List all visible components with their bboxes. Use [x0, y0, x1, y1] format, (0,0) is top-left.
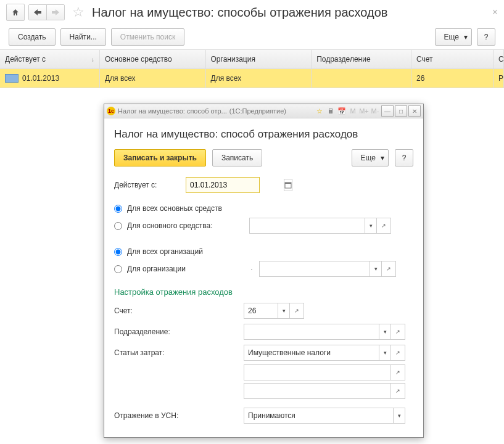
cancel-search-button: Отменить поиск [111, 28, 184, 46]
org-combo[interactable]: ▾ ↗ [259, 261, 396, 277]
open-link-icon[interactable]: ↗ [376, 218, 390, 233]
modal-more-button[interactable]: Еще ▾ [352, 149, 389, 166]
open-link-icon[interactable]: ↗ [381, 261, 395, 276]
col-account[interactable]: Счет [411, 50, 494, 68]
col-last[interactable]: С [494, 50, 504, 68]
cost-items-extra2[interactable]: ↗ [244, 383, 405, 399]
forward-button[interactable] [47, 5, 64, 20]
more-button[interactable]: Еще ▾ [435, 28, 472, 46]
mem-minus-icon[interactable]: M- [370, 106, 380, 116]
radio-one-org-label: Для организации [127, 265, 244, 273]
row-date: 01.01.2013 [22, 74, 59, 83]
effective-date-input[interactable] [189, 180, 284, 190]
usn-label: Отражение в УСН: [114, 411, 244, 420]
record-icon [5, 74, 19, 83]
modal-window: 1c Налог на имущество: способ отр... (1С… [104, 104, 424, 438]
more-label: Еще [444, 33, 459, 41]
col-asset[interactable]: Основное средство [100, 50, 206, 68]
effective-date-field[interactable] [186, 177, 260, 193]
asset-combo[interactable]: ▾ ↗ [249, 218, 391, 234]
col-effective-label: Действует с [5, 55, 46, 64]
maximize-button[interactable]: □ [395, 105, 407, 117]
save-and-close-button[interactable]: Записать и закрыть [114, 149, 206, 166]
usn-combo[interactable]: Принимаются ▾ [244, 408, 405, 424]
radio-one-asset[interactable] [114, 222, 122, 230]
close-button[interactable]: ✕ [408, 105, 421, 117]
mem-plus-icon[interactable]: M+ [359, 106, 369, 116]
dot-indicator: · [249, 265, 254, 273]
sort-asc-icon: ↓ [91, 56, 94, 63]
chevron-down-icon[interactable]: ▾ [393, 408, 405, 423]
chevron-down-icon[interactable]: ▾ [379, 324, 390, 339]
row-org: Для всех [206, 69, 312, 88]
radio-all-orgs-label: Для всех организаций [127, 247, 203, 256]
col-dept[interactable]: Подразделение [312, 50, 411, 68]
chevron-down-icon: ▾ [464, 33, 468, 41]
account-combo-value: 26 [244, 306, 278, 315]
save-button[interactable]: Записать [212, 149, 262, 166]
col-effective[interactable]: Действует с ↓ [0, 50, 100, 68]
grid-header: Действует с ↓ Основное средство Организа… [0, 50, 504, 69]
account-combo[interactable]: 26 ▾ ↗ [244, 303, 304, 319]
cost-items-label: Статьи затрат: [114, 348, 244, 357]
favorite-star-icon[interactable]: ☆ [72, 4, 85, 20]
section-heading: Настройка отражения расходов [114, 287, 413, 297]
date-picker-icon[interactable] [284, 179, 292, 191]
svg-rect-1 [285, 183, 291, 184]
modal-help-button[interactable]: ? [395, 149, 413, 166]
row-account: 26 [411, 69, 494, 88]
table-row[interactable]: 01.01.2013 Для всех Для всех 26 Р [0, 69, 504, 88]
mem-m-icon[interactable]: M [348, 106, 358, 116]
row-asset: Для всех [100, 69, 206, 88]
dept-label: Подразделение: [114, 327, 244, 336]
calendar-icon[interactable]: 📅 [337, 106, 347, 116]
dept-combo[interactable]: ▾ ↗ [244, 324, 405, 340]
open-link-icon[interactable]: ↗ [390, 345, 405, 360]
chevron-down-icon[interactable]: ▾ [370, 261, 381, 276]
app-1c-icon: 1c [107, 107, 115, 115]
chevron-down-icon[interactable]: ▾ [365, 218, 376, 233]
minimize-button[interactable]: — [381, 105, 394, 117]
open-link-icon[interactable]: ↗ [390, 324, 405, 339]
chevron-down-icon[interactable]: ▾ [278, 303, 289, 318]
create-button[interactable]: Создать [9, 28, 56, 46]
modal-title: Налог на имущество: способ отражения рас… [114, 128, 413, 141]
star-icon[interactable]: ☆ [315, 106, 324, 116]
usn-combo-value: Принимаются [244, 411, 393, 420]
account-label: Счет: [114, 306, 244, 315]
effective-label: Действует с: [114, 181, 186, 189]
open-link-icon[interactable]: ↗ [390, 365, 405, 380]
radio-all-orgs[interactable] [114, 248, 122, 256]
radio-one-org[interactable] [114, 265, 122, 273]
radio-all-assets-label: Для всех основных средств [127, 204, 222, 213]
open-link-icon[interactable]: ↗ [390, 384, 405, 398]
chevron-down-icon[interactable]: ▾ [379, 345, 390, 360]
row-last: Р [494, 69, 504, 88]
page-title: Налог на имущество: способы отражения ра… [92, 6, 387, 20]
back-button[interactable] [29, 5, 47, 20]
modal-more-label: Еще [361, 154, 376, 162]
cost-items-value: Имущественные налоги [244, 348, 379, 357]
modal-tab-title: Налог на имущество: способ отр... [118, 107, 227, 115]
data-grid: Действует с ↓ Основное средство Организа… [0, 49, 504, 88]
row-dept [312, 69, 411, 88]
radio-one-asset-label: Для основного средства: [127, 221, 244, 230]
cost-items-extra1[interactable]: ↗ [244, 364, 405, 380]
radio-all-assets[interactable] [114, 205, 122, 213]
calc-icon[interactable]: 🖩 [326, 106, 336, 116]
col-org[interactable]: Организация [206, 50, 312, 68]
home-button[interactable] [6, 4, 25, 21]
chevron-down-icon: ▾ [381, 154, 384, 162]
close-page-button[interactable]: × [492, 7, 498, 18]
modal-tab-suffix: (1С:Предприятие) [229, 107, 286, 115]
cost-items-combo[interactable]: Имущественные налоги ▾ ↗ [244, 345, 405, 361]
help-button[interactable]: ? [477, 28, 495, 46]
find-button[interactable]: Найти... [60, 28, 106, 46]
open-link-icon[interactable]: ↗ [289, 303, 304, 318]
nav-back-forward [28, 4, 65, 20]
